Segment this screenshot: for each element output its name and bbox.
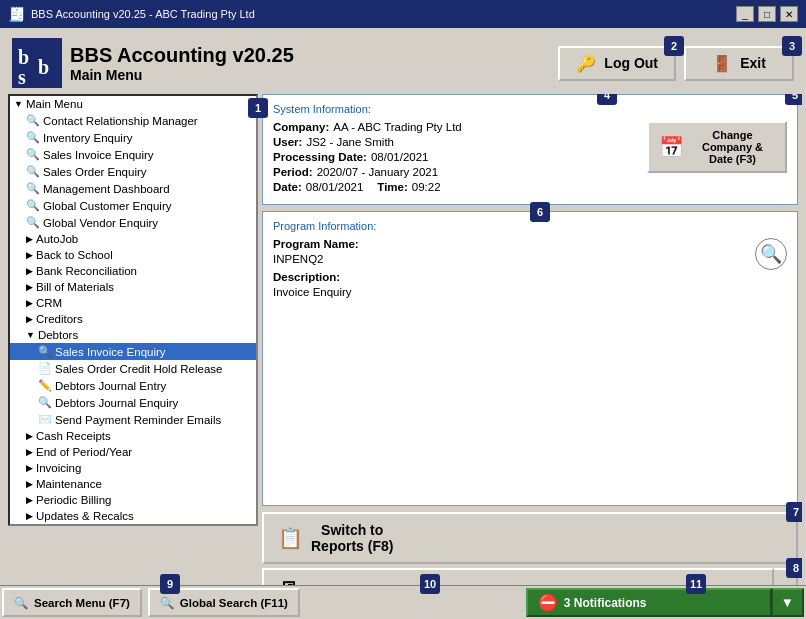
- tree-label: CRM: [36, 297, 62, 309]
- tree-panel[interactable]: ▼ Main Menu 🔍 Contact Relationship Manag…: [8, 94, 258, 526]
- program-name-row: Program Name:: [273, 238, 745, 250]
- tree-item-global-cust[interactable]: 🔍 Global Customer Enquiry: [10, 197, 256, 214]
- content: 1 ▼ Main Menu 🔍 Contact Relationship Man…: [4, 94, 802, 615]
- time-value: 09:22: [412, 181, 441, 193]
- search-icon: 🔍: [38, 345, 52, 358]
- tree-root[interactable]: ▼ Main Menu: [10, 96, 256, 112]
- app-icon: 🧾: [8, 6, 25, 22]
- program-info-inner: Program Name: INPENQ2 Description: Invoi…: [273, 238, 787, 301]
- tree-label: Back to School: [36, 249, 113, 261]
- restore-button[interactable]: □: [758, 6, 776, 22]
- callout-5: 5: [785, 94, 802, 105]
- tree-item-inventory-enq[interactable]: 🔍 Inventory Enquiry: [10, 129, 256, 146]
- tree-item-back-school[interactable]: ▶ Back to School: [10, 247, 256, 263]
- tree-item-crm[interactable]: ▶ CRM: [10, 295, 256, 311]
- program-info-left: Program Name: INPENQ2 Description: Invoi…: [273, 238, 745, 301]
- tree-item-send-payment[interactable]: ✉️ Send Payment Reminder Emails: [10, 411, 256, 428]
- tree-item-debtors[interactable]: ▼ Debtors: [10, 327, 256, 343]
- tree-item-end-of-period[interactable]: ▶ End of Period/Year: [10, 444, 256, 460]
- date-value: 08/01/2021: [306, 181, 364, 193]
- tree-item-invoicing[interactable]: ▶ Invoicing: [10, 460, 256, 476]
- tree-item-bank-recon[interactable]: ▶ Bank Reconciliation: [10, 263, 256, 279]
- tree-item-contact-rel[interactable]: 🔍 Contact Relationship Manager: [10, 112, 256, 129]
- tree-item-debtors-journal-enq[interactable]: 🔍 Debtors Journal Enquiry: [10, 394, 256, 411]
- switch-reports-label: Switch to Reports (F8): [311, 522, 393, 554]
- cashreceipts-expand-icon: ▶: [26, 431, 33, 441]
- left-panel-wrapper: 1 ▼ Main Menu 🔍 Contact Relationship Man…: [8, 94, 258, 611]
- switch-reports-button[interactable]: 📋 Switch to Reports (F8): [262, 512, 798, 564]
- tree-label: Invoicing: [36, 462, 81, 474]
- exit-label: Exit: [740, 55, 766, 71]
- tree-item-sales-ord-credit[interactable]: 📄 Sales Order Credit Hold Release: [10, 360, 256, 377]
- callout-9: 9: [160, 574, 180, 594]
- pencil-icon: ✏️: [38, 379, 52, 392]
- program-info-box: 6 Program Information: Program Name: INP…: [262, 211, 798, 506]
- header: b s b BBS Accounting v20.25 Main Menu 2 …: [4, 32, 802, 94]
- period-row: Period: 2020/07 - January 2021: [273, 166, 637, 178]
- search-icon: 🔍: [26, 131, 40, 144]
- system-info-title: System Information:: [273, 103, 787, 115]
- exit-button[interactable]: 🚪 Exit: [684, 46, 794, 81]
- callout-7: 7: [786, 502, 802, 522]
- tree-item-periodic-billing[interactable]: ▶ Periodic Billing: [10, 492, 256, 508]
- tree-item-autojob[interactable]: ▶ AutoJob: [10, 231, 256, 247]
- tree-item-bill-materials[interactable]: ▶ Bill of Materials: [10, 279, 256, 295]
- tree-item-creditors[interactable]: ▶ Creditors: [10, 311, 256, 327]
- tree-item-mgmt-dash[interactable]: 🔍 Management Dashboard: [10, 180, 256, 197]
- period-label: Period:: [273, 166, 313, 178]
- change-company-wrapper: 📅 Change Company & Date (F3): [647, 121, 787, 196]
- search-icon: 🔍: [26, 182, 40, 195]
- program-name-label: Program Name:: [273, 238, 359, 250]
- user-row: User: JS2 - Jane Smith: [273, 136, 637, 148]
- tree-item-maintenance[interactable]: ▶ Maintenance: [10, 476, 256, 492]
- notifications-label: 3 Notifications: [564, 596, 647, 610]
- change-company-button[interactable]: 📅 Change Company & Date (F3): [647, 121, 787, 173]
- description-row: Description:: [273, 271, 745, 283]
- tree-item-cash-receipts[interactable]: ▶ Cash Receipts: [10, 428, 256, 444]
- search-icon: 🔍: [26, 216, 40, 229]
- minimize-button[interactable]: _: [736, 6, 754, 22]
- main-window: b s b BBS Accounting v20.25 Main Menu 2 …: [0, 28, 806, 619]
- updatesrecalcs-expand-icon: ▶: [26, 511, 33, 521]
- exit-icon: 🚪: [712, 54, 732, 73]
- company-value: AA - ABC Trading Pty Ltd: [333, 121, 461, 133]
- logout-button[interactable]: 🔑 Log Out: [558, 46, 676, 81]
- company-row: Company: AA - ABC Trading Pty Ltd: [273, 121, 637, 133]
- description-value-row: Invoice Enquiry: [273, 286, 745, 298]
- tree-label: Sales Order Credit Hold Release: [55, 363, 222, 375]
- system-info-inner: Company: AA - ABC Trading Pty Ltd User: …: [273, 121, 787, 196]
- billmat-expand-icon: ▶: [26, 282, 33, 292]
- calendar-icon: 📅: [659, 135, 684, 159]
- tree-item-sales-inv-enq2[interactable]: 🔍 Sales Invoice Enquiry: [10, 343, 256, 360]
- app-title: BBS Accounting v20.25: [70, 44, 294, 67]
- callout-1: 1: [248, 98, 268, 118]
- autojob-expand-icon: ▶: [26, 234, 33, 244]
- crm-expand-icon: ▶: [26, 298, 33, 308]
- system-info-box: 4 5 System Information: Company: AA - AB…: [262, 94, 798, 205]
- tree-label: Sales Order Enquiry: [43, 166, 147, 178]
- svg-text:s: s: [18, 66, 26, 88]
- date-time-row: Date: 08/01/2021 Time: 09:22: [273, 181, 637, 193]
- tree-item-updates-recalcs[interactable]: ▶ Updates & Recalcs: [10, 508, 256, 524]
- tree-label: Debtors Journal Enquiry: [55, 397, 178, 409]
- tree-item-debtors-journal-entry[interactable]: ✏️ Debtors Journal Entry: [10, 377, 256, 394]
- program-search-button[interactable]: 🔍: [755, 238, 787, 270]
- global-search-icon: 🔍: [160, 596, 174, 610]
- close-button[interactable]: ✕: [780, 6, 798, 22]
- logo-text: BBS Accounting v20.25 Main Menu: [70, 44, 294, 83]
- statusbar-spacer: [302, 586, 524, 619]
- envelope-icon: ✉️: [38, 413, 52, 426]
- notifications-dropdown-button[interactable]: ▼: [772, 588, 804, 617]
- tree-root-label: Main Menu: [26, 98, 83, 110]
- tree-label: Debtors Journal Entry: [55, 380, 166, 392]
- tree-item-global-vend[interactable]: 🔍 Global Vendor Enquiry: [10, 214, 256, 231]
- tree-item-sales-inv-enq[interactable]: 🔍 Sales Invoice Enquiry: [10, 146, 256, 163]
- notifications-button[interactable]: ⛔ 3 Notifications: [526, 588, 772, 617]
- search-menu-button[interactable]: 🔍 Search Menu (F7): [2, 588, 142, 617]
- titlebar-title: 🧾 BBS Accounting v20.25 - ABC Trading Pt…: [8, 6, 255, 22]
- callout-3: 3: [782, 36, 802, 56]
- tree-item-sales-ord-enq[interactable]: 🔍 Sales Order Enquiry: [10, 163, 256, 180]
- callout-11: 11: [686, 574, 706, 594]
- program-search-icon-wrapper: 🔍: [755, 238, 787, 301]
- description-value: Invoice Enquiry: [273, 286, 352, 298]
